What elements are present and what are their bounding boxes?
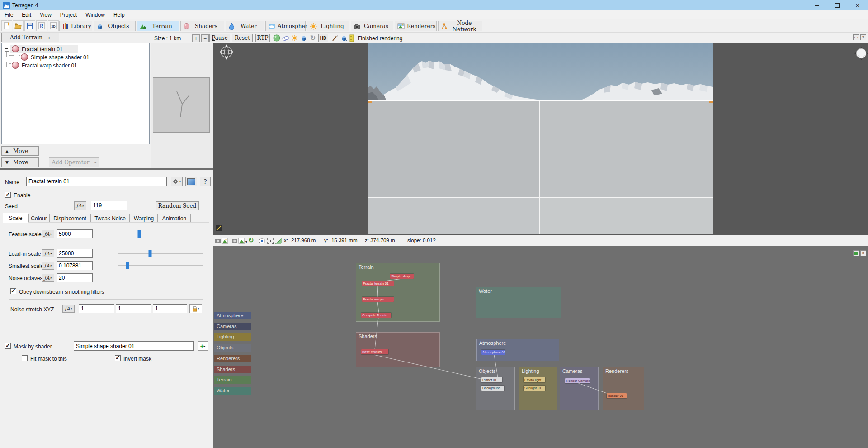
feature-scale-fx-button[interactable]: ƒA▸ (42, 230, 54, 238)
lead-in-scale-slider-thumb[interactable] (149, 250, 152, 257)
layout-button-node-network[interactable]: Node Network (438, 21, 482, 31)
category-shaders[interactable]: Shaders (214, 366, 251, 373)
lock-ratio-button[interactable]: ▸ (189, 304, 202, 313)
preview-refresh-toggle[interactable]: ↻ (309, 34, 317, 42)
feature-scale-input[interactable] (57, 229, 93, 238)
seed-input[interactable] (91, 201, 127, 210)
node-fractal-terrain[interactable]: Fractal terrain 01 (362, 281, 394, 286)
add-operator-button[interactable]: Add Operator ▸ (49, 157, 99, 167)
refresh-view-button[interactable]: ↻ (248, 236, 254, 244)
lead-in-scale-slider[interactable] (118, 253, 203, 254)
group-cameras[interactable]: Cameras (560, 367, 599, 410)
node-compute-terrain[interactable]: Compute Terrain (361, 313, 391, 318)
layout-button-objects[interactable]: Objects (94, 21, 136, 31)
invert-mask-checkbox[interactable] (115, 355, 121, 361)
seed-fx-button[interactable]: ƒA▸ (74, 201, 86, 210)
node-fractal-warp[interactable]: Fractal warp s... (362, 297, 394, 302)
add-terrain-button[interactable]: Add Terrain ▸ (1, 33, 59, 42)
noise-stretch-x-input[interactable] (79, 304, 114, 313)
render-view[interactable] (368, 43, 713, 234)
minimize-button[interactable] (807, 0, 827, 10)
tab-displacement[interactable]: Displacement (49, 214, 90, 223)
noise-stretch-fx-button[interactable]: ƒA▸ (62, 305, 75, 313)
feature-scale-slider[interactable] (118, 234, 203, 234)
group-water[interactable]: Water (476, 287, 561, 318)
preview-hd-button[interactable]: HD (318, 34, 328, 42)
move-up-button[interactable]: ▲Move (1, 146, 39, 156)
node-background[interactable]: Background (481, 386, 504, 391)
lead-in-scale-input[interactable] (57, 249, 93, 258)
smallest-scale-input[interactable] (57, 261, 93, 270)
node-preview-thumbnail[interactable] (153, 77, 210, 133)
tab-tweak-noise[interactable]: Tweak Noise (90, 214, 130, 223)
category-objects[interactable]: Objects (214, 344, 251, 352)
maximize-button[interactable] (827, 0, 847, 10)
assign-shader-button[interactable]: + ▸ (198, 341, 208, 351)
menu-edit[interactable]: Edit (22, 12, 31, 18)
measure-cube-icon[interactable] (340, 34, 348, 42)
layout-button-water[interactable]: Water (226, 21, 264, 31)
enable-checkbox[interactable] (5, 192, 11, 198)
category-renderers[interactable]: Renderers (214, 355, 251, 362)
node-settings-button[interactable]: ▾ (171, 177, 183, 186)
tree-item-fractal-terrain[interactable]: Fractal terrain 01 (22, 46, 63, 52)
category-lighting[interactable]: Lighting (214, 333, 251, 341)
menu-help[interactable]: Help (113, 12, 125, 18)
menu-project[interactable]: Project (60, 12, 77, 18)
target-crosshair-icon[interactable] (267, 237, 274, 246)
menu-file[interactable]: File (5, 12, 13, 18)
preview-zoom-in-button[interactable]: + (192, 34, 200, 42)
preview-cloud-toggle[interactable] (282, 34, 290, 42)
open-project-button[interactable] (13, 20, 24, 31)
ruler-icon[interactable] (349, 34, 354, 42)
node-enviro-light[interactable]: Enviro light (524, 377, 545, 382)
eye-icon[interactable] (258, 237, 266, 246)
tab-scale[interactable]: Scale (3, 213, 28, 223)
preview-sun-toggle[interactable] (291, 34, 299, 42)
paint-shader-icon[interactable] (331, 34, 339, 42)
node-render-01[interactable]: Render 01 (607, 393, 627, 398)
node-base-colours[interactable]: Base colours (361, 349, 388, 354)
move-down-button[interactable]: ▼Move (1, 157, 39, 167)
node-network-pane[interactable]: × Atmosphere Cameras Lighting Objects Re… (213, 246, 868, 448)
menu-window[interactable]: Window (85, 12, 105, 18)
random-seed-button[interactable]: Random Seed (156, 201, 199, 210)
category-atmosphere[interactable]: Atmosphere (214, 312, 251, 319)
network-pane-close-button[interactable]: × (860, 250, 866, 256)
noise-octaves-fx-button[interactable]: ƒA▸ (42, 274, 54, 282)
layout-button-lighting[interactable]: Lighting (307, 21, 349, 31)
network-pane-option-button[interactable] (853, 250, 859, 256)
snapshot-button[interactable] (215, 237, 229, 246)
save-project-button[interactable] (24, 20, 35, 31)
layout-button-terrain[interactable]: Terrain (137, 21, 179, 31)
preview-zoom-out-button[interactable]: − (201, 34, 209, 42)
preview-reset-button[interactable]: Reset (232, 34, 253, 42)
menu-view[interactable]: View (40, 12, 52, 18)
node-sunlight-01[interactable]: Sunlight 01 (524, 386, 545, 391)
sun-direction-ball-icon[interactable] (854, 47, 868, 60)
group-renderers[interactable]: Renderers (603, 367, 644, 410)
preview-object-toggle[interactable] (300, 34, 308, 42)
preview-rtp-button[interactable]: RTP (255, 34, 270, 42)
node-atmosphere-01[interactable]: Atmosphere 01 (481, 350, 505, 355)
preview-sphere-toggle[interactable] (273, 34, 281, 42)
preview-pane-close-button[interactable]: × (860, 34, 866, 40)
preview-pane-maximize-button[interactable]: ▭ (853, 34, 859, 40)
tab-animation[interactable]: Animation (158, 214, 191, 223)
noise-octaves-input[interactable] (57, 273, 93, 282)
obey-smoothing-checkbox[interactable] (10, 288, 16, 294)
smallest-scale-fx-button[interactable]: ƒA▸ (42, 262, 54, 270)
node-simple-shape[interactable]: Simple shape... (390, 274, 414, 279)
preview-image-button[interactable] (185, 177, 197, 186)
close-button[interactable]: × (847, 0, 868, 10)
name-input[interactable] (26, 177, 167, 186)
category-water[interactable]: Water (214, 387, 251, 395)
category-cameras[interactable]: Cameras (214, 323, 251, 330)
tree-item-fractal-warp[interactable]: Fractal warp shader 01 (22, 62, 77, 69)
preview-pause-button[interactable]: Pause (209, 34, 230, 42)
fit-mask-checkbox[interactable] (22, 355, 28, 361)
trackball-gizmo-icon[interactable] (218, 44, 235, 60)
tab-colour[interactable]: Colour (28, 214, 49, 223)
tree-expander-icon[interactable] (5, 47, 9, 52)
mask-by-shader-checkbox[interactable] (5, 343, 11, 349)
